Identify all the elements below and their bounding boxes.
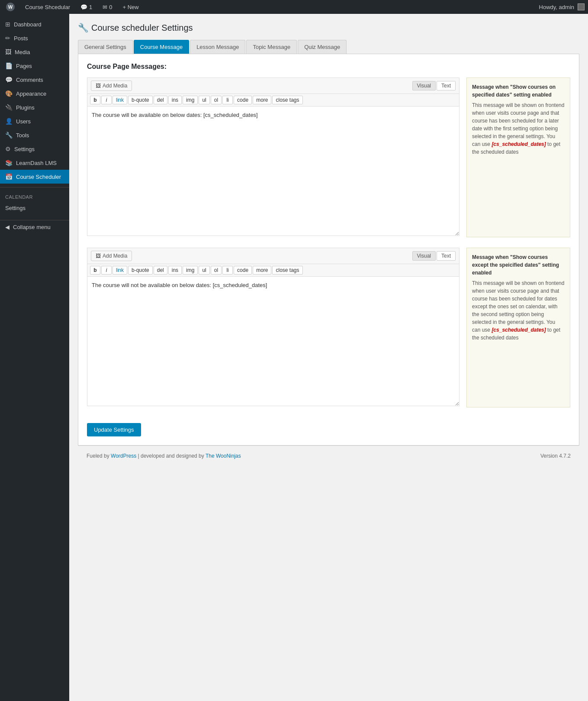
sidebar-label-tools: Tools — [16, 132, 29, 139]
pages-icon: 📄 — [5, 62, 13, 69]
fmt-ol-1[interactable]: ol — [211, 96, 222, 104]
visual-tab-2[interactable]: Visual — [412, 251, 436, 261]
text-tab-2[interactable]: Text — [437, 251, 456, 261]
fmt-link-2[interactable]: link — [112, 266, 127, 275]
editor-textarea-2[interactable]: The course will not be available on belo… — [87, 276, 459, 406]
sidebar-label-media: Media — [15, 49, 30, 55]
fmt-bold-2[interactable]: b — [90, 266, 100, 275]
sidebar-item-users[interactable]: 👤 Users — [0, 114, 69, 128]
sidebar-label-posts: Posts — [14, 35, 28, 42]
editor-info-title-1: Message when "Show courses on specified … — [472, 83, 565, 99]
fmt-li-2[interactable]: li — [222, 266, 233, 275]
fmt-bquote-2[interactable]: b-quote — [128, 266, 153, 275]
page-title: 🔧 Course scheduler Settings — [78, 23, 579, 33]
wp-logo-icon: W — [6, 3, 15, 11]
fmt-code-2[interactable]: code — [234, 266, 252, 275]
fmt-img-2[interactable]: img — [183, 266, 198, 275]
text-tab-1[interactable]: Text — [437, 81, 456, 90]
fmt-more-1[interactable]: more — [253, 96, 271, 104]
sidebar-item-learndash[interactable]: 📚 LearnDash LMS — [0, 156, 69, 170]
fmt-closetags-1[interactable]: close tags — [272, 96, 302, 104]
wp-logo-item[interactable]: W — [3, 0, 17, 14]
visual-tab-1[interactable]: Visual — [412, 81, 436, 90]
site-name-item[interactable]: Course Shcedular — [22, 0, 73, 14]
fmt-bquote-1[interactable]: b-quote — [128, 96, 153, 104]
message-icon: ✉ — [103, 4, 107, 10]
sidebar-item-tools[interactable]: 🔧 Tools — [0, 128, 69, 142]
footer-wordpress-link[interactable]: WordPress — [111, 453, 136, 459]
appearance-icon: 🎨 — [5, 90, 13, 97]
fmt-ins-1[interactable]: ins — [168, 96, 182, 104]
sidebar-item-posts[interactable]: ✏ Posts — [0, 31, 69, 45]
footer-middle-text: | developed and designed by — [138, 453, 204, 459]
site-name-label: Course Shcedular — [25, 4, 70, 10]
fmt-del-1[interactable]: del — [154, 96, 167, 104]
sidebar-item-course-scheduler[interactable]: 📅 Course Scheduler — [0, 170, 69, 184]
editor-toolbar-1: 🖼 Add Media Visual Text — [87, 78, 459, 94]
footer-wooninja-link[interactable]: The WooNinjas — [206, 453, 241, 459]
add-media-button-2[interactable]: 🖼 Add Media — [91, 251, 132, 261]
sidebar-settings-text: Settings — [5, 205, 26, 211]
tab-lesson[interactable]: Lesson Message — [190, 40, 245, 54]
fmt-bold-1[interactable]: b — [90, 96, 100, 104]
messages-item[interactable]: ✉ 0 — [100, 0, 115, 14]
sidebar-item-dashboard[interactable]: ⊞ Dashboard — [0, 17, 69, 31]
editor-textarea-1[interactable]: The course will be available on below da… — [87, 106, 459, 236]
sidebar-item-settings[interactable]: ⚙ Settings — [0, 142, 69, 156]
fmt-img-1[interactable]: img — [183, 96, 198, 104]
fmt-ins-2[interactable]: ins — [168, 266, 182, 275]
fmt-ul-2[interactable]: ul — [199, 266, 209, 275]
users-icon: 👤 — [5, 118, 13, 125]
sidebar-label-learndash: LearnDash LMS — [16, 160, 57, 166]
editor-toolbar-2: 🖼 Add Media Visual Text — [87, 248, 459, 264]
sidebar-settings-link[interactable]: Settings — [0, 201, 69, 215]
editor-info-code-2: [cs_scheduled_dates] — [492, 327, 546, 333]
admin-bar: W Course Shcedular 💬 1 ✉ 0 + New Howdy, … — [0, 0, 588, 14]
fmt-link-1[interactable]: link — [112, 96, 127, 104]
sidebar-label-plugins: Plugins — [16, 104, 35, 111]
comments-item[interactable]: 💬 1 — [78, 0, 95, 14]
fmt-italic-2[interactable]: i — [101, 266, 112, 275]
page-title-icon: 🔧 — [78, 23, 89, 33]
sidebar-item-appearance[interactable]: 🎨 Appearance — [0, 87, 69, 100]
collapse-menu-item[interactable]: ◀ Collapse menu — [0, 220, 69, 234]
fmt-closetags-2[interactable]: close tags — [272, 266, 302, 275]
sidebar-item-plugins[interactable]: 🔌 Plugins — [0, 100, 69, 114]
editor-block-1: 🖼 Add Media Visual Text b i link b-qu — [87, 78, 570, 237]
editor-info-1: Message when "Show courses on specified … — [466, 78, 570, 237]
admin-bar-right: Howdy, admin — [539, 3, 585, 10]
fmt-code-1[interactable]: code — [234, 96, 252, 104]
add-media-label-2: Add Media — [103, 253, 127, 259]
sidebar-label-dashboard: Dashboard — [14, 21, 42, 28]
collapse-label: Collapse menu — [13, 224, 51, 230]
tab-general[interactable]: General Settings — [78, 40, 133, 54]
main-content: 🔧 Course scheduler Settings General Sett… — [69, 14, 588, 701]
new-item[interactable]: + New — [120, 0, 141, 14]
tab-course[interactable]: Course Message — [134, 40, 189, 54]
editor-area-2: 🖼 Add Media Visual Text b i link b-qu — [87, 248, 459, 407]
footer-left: Fueled by WordPress | developed and desi… — [87, 453, 241, 459]
editor-info-title-2: Message when "Show courses except the sp… — [472, 253, 565, 277]
editor-info-body-1: This message will be shown on frontend w… — [472, 101, 565, 156]
fmt-li-1[interactable]: li — [222, 96, 233, 104]
fmt-more-2[interactable]: more — [253, 266, 271, 275]
learndash-icon: 📚 — [5, 159, 13, 166]
comment-icon: 💬 — [80, 4, 87, 10]
sidebar-item-comments[interactable]: 💬 Comments — [0, 73, 69, 87]
plugins-icon: 🔌 — [5, 104, 13, 111]
fmt-italic-1[interactable]: i — [101, 96, 112, 104]
tab-topic[interactable]: Topic Message — [246, 40, 297, 54]
format-bar-1: b i link b-quote del ins img ul ol li co… — [87, 94, 459, 106]
update-settings-button[interactable]: Update Settings — [87, 423, 141, 436]
add-media-button-1[interactable]: 🖼 Add Media — [91, 81, 132, 91]
fmt-ol-2[interactable]: ol — [211, 266, 222, 275]
sidebar-item-pages[interactable]: 📄 Pages — [0, 59, 69, 73]
add-media-icon-2: 🖼 — [96, 253, 101, 259]
message-count: 0 — [109, 4, 112, 10]
fmt-del-2[interactable]: del — [154, 266, 167, 275]
fmt-ul-1[interactable]: ul — [199, 96, 209, 104]
sidebar-label-settings: Settings — [14, 146, 35, 152]
tab-quiz[interactable]: Quiz Message — [298, 40, 347, 54]
footer-fueled-text: Fueled by — [87, 453, 109, 459]
sidebar-item-media[interactable]: 🖼 Media — [0, 45, 69, 59]
